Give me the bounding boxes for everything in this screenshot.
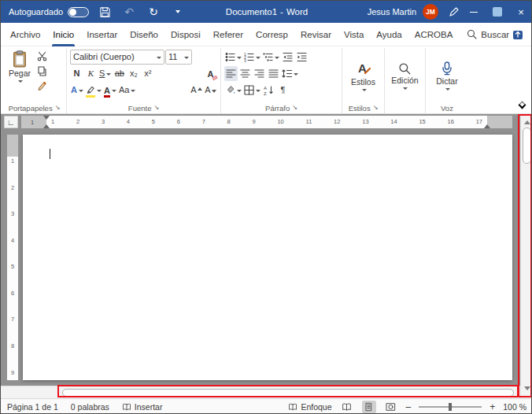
- sort-button[interactable]: AZ: [262, 83, 275, 98]
- chevron-down-icon: [445, 88, 450, 93]
- horizontal-ruler[interactable]: 1 1234567891011121314151617: [21, 116, 512, 128]
- grow-font-button[interactable]: A: [190, 83, 203, 98]
- copy-button[interactable]: [35, 64, 49, 79]
- collapse-ribbon-button[interactable]: [519, 102, 526, 109]
- vertical-scrollbar-thumb[interactable]: [523, 128, 531, 164]
- strikethrough-button[interactable]: ab: [113, 66, 126, 81]
- borders-button[interactable]: [243, 83, 261, 98]
- redo-button[interactable]: ↻: [145, 3, 162, 20]
- dictate-button[interactable]: Dictar: [433, 60, 460, 91]
- web-layout-button[interactable]: [384, 401, 398, 413]
- zoom-out-button[interactable]: –: [406, 402, 412, 412]
- font-dialog-launcher[interactable]: ↘: [153, 105, 159, 111]
- avatar[interactable]: JM: [423, 4, 438, 20]
- numbering-button[interactable]: 123: [243, 50, 261, 65]
- superscript-button[interactable]: x²: [141, 66, 154, 81]
- show-marks-button[interactable]: ¶: [276, 83, 290, 98]
- tab-inicio[interactable]: Inicio: [46, 23, 80, 46]
- zoom-level-button[interactable]: 100 %: [503, 402, 526, 412]
- cut-button[interactable]: [35, 49, 49, 64]
- insert-mode-status[interactable]: Insertar: [122, 402, 163, 412]
- shrink-font-button[interactable]: A: [204, 83, 217, 98]
- decrease-indent-button[interactable]: [281, 50, 294, 65]
- hanging-indent-marker[interactable]: [43, 121, 50, 128]
- vertical-scrollbar[interactable]: [520, 114, 532, 398]
- font-size-select[interactable]: 11: [165, 50, 192, 65]
- ruler-number: 13: [362, 119, 368, 125]
- focus-mode-button[interactable]: Enfoque: [288, 402, 331, 412]
- text-effects-button[interactable]: A: [70, 83, 84, 98]
- multilevel-list-button[interactable]: [262, 50, 280, 65]
- quick-access-menu-button[interactable]: [169, 3, 187, 20]
- brush-icon: [37, 81, 47, 91]
- document-page[interactable]: [23, 135, 512, 380]
- paste-button[interactable]: Pegar: [6, 49, 34, 83]
- paragraph-dialog-launcher[interactable]: ↘: [292, 105, 297, 111]
- zoom-in-button[interactable]: +: [490, 402, 495, 412]
- increase-indent-button[interactable]: [295, 50, 308, 65]
- italic-button[interactable]: K: [84, 66, 98, 81]
- horizontal-scrollbar[interactable]: [1, 386, 520, 398]
- zoom-slider-thumb[interactable]: [449, 403, 452, 411]
- maximize-icon: [493, 7, 502, 17]
- format-painter-button[interactable]: [35, 79, 49, 94]
- ink-pencil-button[interactable]: [445, 3, 462, 20]
- tab-diseno[interactable]: Diseño: [124, 23, 164, 46]
- align-left-button[interactable]: [224, 66, 238, 81]
- tab-ayuda[interactable]: Ayuda: [370, 23, 408, 46]
- read-mode-button[interactable]: [340, 401, 354, 413]
- vertical-ruler[interactable]: 123456789: [7, 135, 18, 380]
- bold-button[interactable]: N: [70, 66, 83, 81]
- print-layout-button[interactable]: [362, 401, 376, 413]
- tab-referencias[interactable]: Referer: [207, 23, 249, 46]
- tab-vista[interactable]: Vista: [338, 23, 370, 46]
- right-indent-marker[interactable]: [484, 121, 490, 128]
- text-cursor: [50, 149, 50, 159]
- editing-button[interactable]: Edición: [388, 61, 421, 91]
- autosave-control: Autoguardado: [9, 7, 89, 17]
- maximize-button[interactable]: [486, 1, 509, 23]
- clear-formatting-button[interactable]: A: [204, 66, 217, 81]
- scroll-down-arrow-icon[interactable]: [524, 386, 530, 394]
- bullets-button[interactable]: [224, 50, 242, 65]
- line-spacing-button[interactable]: [281, 66, 299, 81]
- align-right-button[interactable]: [253, 66, 266, 81]
- tab-insertar[interactable]: Insertar: [80, 23, 124, 46]
- title-separator: -: [280, 7, 283, 17]
- subscript-button[interactable]: x₂: [127, 66, 140, 81]
- highlight-color-button[interactable]: [85, 83, 102, 98]
- autosave-toggle[interactable]: [68, 7, 89, 17]
- share-button[interactable]: [509, 26, 526, 43]
- ruler-text-area: 1234567891011121314151617: [46, 116, 487, 128]
- chevron-down-icon: [79, 90, 83, 94]
- tab-archivo[interactable]: Archivo: [4, 23, 46, 46]
- horizontal-scrollbar-thumb[interactable]: [62, 389, 514, 397]
- align-center-icon: [240, 68, 250, 79]
- underline-button[interactable]: S: [98, 66, 112, 81]
- clipboard-dialog-launcher[interactable]: ↘: [55, 105, 61, 111]
- shading-button[interactable]: [224, 83, 242, 98]
- save-button[interactable]: [96, 3, 113, 20]
- tab-acrobat[interactable]: ACROBA: [408, 23, 460, 46]
- tab-selector-button[interactable]: ∟: [4, 116, 18, 128]
- close-button[interactable]: ×: [509, 1, 532, 23]
- search-box[interactable]: Buscar: [467, 29, 509, 39]
- zoom-slider[interactable]: [419, 406, 482, 408]
- word-count-status[interactable]: 0 palabras: [71, 402, 109, 412]
- tab-disposicion[interactable]: Disposi: [164, 23, 207, 46]
- undo-button[interactable]: ↶: [120, 3, 138, 20]
- change-case-button[interactable]: Aa: [118, 83, 136, 98]
- minimize-button[interactable]: [462, 1, 486, 23]
- tab-correspondencia[interactable]: Corresp: [249, 23, 294, 46]
- font-color-button[interactable]: A: [103, 83, 117, 98]
- justify-button[interactable]: [267, 66, 280, 81]
- styles-button[interactable]: A Estilos: [348, 59, 379, 92]
- styles-dialog-launcher[interactable]: ↘: [373, 105, 379, 111]
- align-center-button[interactable]: [238, 66, 252, 81]
- bullet-list-icon: [225, 52, 235, 62]
- scroll-up-arrow-icon[interactable]: [524, 117, 530, 124]
- font-name-select[interactable]: Calibri (Cuerpo): [70, 50, 164, 65]
- tab-revisar[interactable]: Revisar: [294, 23, 338, 46]
- page-number-status[interactable]: Página 1 de 1: [7, 402, 58, 412]
- pencil-icon: [449, 7, 459, 17]
